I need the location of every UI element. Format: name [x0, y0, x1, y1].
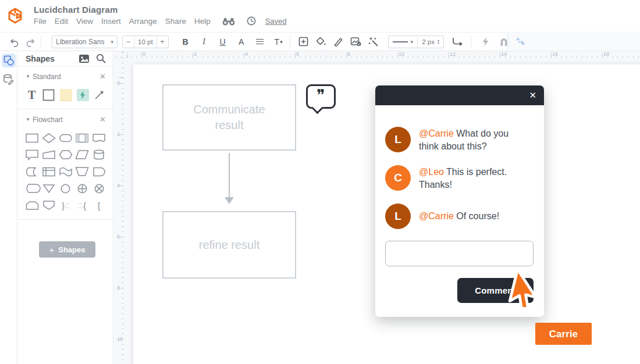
line-color-pen-icon[interactable]: [332, 35, 345, 48]
menu-item[interactable]: Share: [165, 17, 186, 26]
arrow-shape[interactable]: [94, 88, 106, 101]
rectangle-shape[interactable]: [42, 88, 55, 101]
wrench-icon[interactable]: [514, 35, 527, 48]
saved-status[interactable]: Saved: [265, 17, 287, 26]
collapse-triangle-icon[interactable]: ▼: [26, 74, 30, 79]
mention[interactable]: @Carrie: [419, 211, 454, 221]
canvas-area[interactable]: 024681012141618 0246810 Communicate resu…: [114, 51, 640, 364]
undo-button[interactable]: [7, 35, 20, 48]
menu-item[interactable]: Insert: [101, 17, 121, 26]
summing-junction-shape[interactable]: [93, 182, 105, 195]
extract-shape[interactable]: [42, 182, 55, 195]
menu-item[interactable]: Arrange: [129, 17, 157, 26]
search-icon[interactable]: [96, 53, 106, 63]
brace-right-note-shape[interactable]: }——: [59, 199, 72, 212]
revision-history-clock-icon[interactable]: [247, 16, 256, 26]
ruler-label: 4: [117, 183, 120, 188]
sticky-note-shape[interactable]: [59, 88, 72, 101]
close-icon[interactable]: ✕: [99, 72, 106, 81]
loop-limit-shape[interactable]: [26, 199, 38, 212]
data-cylinder-icon: [3, 74, 14, 85]
text-t-icon: T: [28, 89, 35, 101]
magic-wand-icon[interactable]: [367, 35, 380, 48]
bracket-note-shape[interactable]: [: [93, 199, 105, 212]
ruler-label: 14: [501, 51, 507, 57]
comment-marker[interactable]: ❞: [306, 84, 336, 109]
redo-button[interactable]: [24, 35, 37, 48]
menu-item[interactable]: Edit: [55, 17, 68, 26]
menu-item[interactable]: File: [34, 17, 47, 26]
process-shape[interactable]: [26, 131, 38, 144]
lucidchart-app: Lucidchart Diagram FileEditViewInsertArr…: [0, 0, 640, 364]
underline-button[interactable]: U: [215, 35, 230, 48]
more-shapes-button[interactable]: + Shapes: [39, 241, 95, 258]
menu-item[interactable]: View: [76, 17, 93, 26]
toolbar-separator: [290, 35, 290, 48]
plus-icon: +: [49, 245, 54, 255]
database-shape[interactable]: [93, 148, 105, 161]
decision-shape[interactable]: [42, 131, 55, 144]
document-title[interactable]: Lucidchart Diagram: [34, 5, 118, 15]
ruler-label: 16: [552, 51, 558, 57]
internal-storage-shape[interactable]: [42, 165, 55, 178]
shapes-panel-tab[interactable]: [2, 53, 16, 67]
display-shape[interactable]: [26, 182, 38, 195]
or-junction-shape[interactable]: [76, 182, 88, 195]
predefined-process-shape[interactable]: [76, 131, 88, 144]
line-style-select[interactable]: ▾: [389, 36, 418, 48]
text-tool-shape[interactable]: T: [26, 88, 38, 101]
brace-left-note-shape[interactable]: ——{: [76, 199, 88, 212]
text-align-button[interactable]: [253, 35, 268, 48]
off-page-connector-shape[interactable]: [42, 199, 55, 212]
close-icon[interactable]: ✕: [99, 115, 106, 124]
comment-input[interactable]: [385, 241, 534, 266]
flowchart-node-communicate-result[interactable]: Communicate result: [162, 84, 296, 151]
stored-data-shape[interactable]: [26, 165, 38, 178]
data-parallelogram-shape[interactable]: [76, 148, 88, 161]
connector-type-button[interactable]: [451, 35, 464, 48]
italic-button[interactable]: I: [197, 35, 212, 48]
connector-shape[interactable]: [59, 182, 72, 195]
font-family-select[interactable]: Liberation Sans ▾: [52, 35, 118, 48]
manual-input-shape[interactable]: [42, 148, 55, 161]
fill-color-bucket-icon[interactable]: [315, 35, 328, 48]
flowchart-section-label[interactable]: Flowchart: [33, 116, 63, 124]
vertical-ruler: 0246810: [117, 51, 125, 364]
ruler-label: 8: [347, 51, 350, 57]
menu-item[interactable]: Help: [194, 17, 211, 26]
font-color-button[interactable]: A: [234, 35, 249, 48]
insert-image-icon[interactable]: [79, 54, 90, 63]
highlight-bolt-shape[interactable]: [77, 88, 89, 101]
image-status-icon[interactable]: [350, 35, 362, 48]
manual-operation-shape[interactable]: [76, 165, 88, 178]
stepper-arrows-icon: ▴▾: [438, 39, 439, 45]
font-size-value[interactable]: 10 pt: [134, 36, 157, 48]
flowchart-node-refine-result[interactable]: refine result: [162, 211, 296, 279]
preparation-shape[interactable]: [59, 148, 72, 161]
delay-shape[interactable]: [93, 165, 105, 178]
data-panel-tab[interactable]: [2, 72, 16, 86]
close-icon[interactable]: ✕: [529, 90, 536, 101]
ruler-label: 10: [399, 51, 404, 57]
font-size-increase-button[interactable]: +: [157, 36, 168, 48]
terminator-shape[interactable]: [59, 131, 72, 144]
collapse-triangle-icon[interactable]: ▼: [26, 117, 30, 122]
line-width-stepper[interactable]: 2 px ▴▾: [417, 36, 443, 48]
document-shape[interactable]: [93, 131, 105, 144]
text-style-button[interactable]: T▾: [271, 35, 286, 48]
font-size-decrease-button[interactable]: −: [123, 36, 134, 48]
standard-section-label[interactable]: Standard: [33, 73, 61, 81]
table-grid-button[interactable]: [297, 35, 310, 48]
lucidchart-logo-icon[interactable]: [8, 8, 23, 24]
mention[interactable]: @Leo: [419, 167, 444, 177]
comment-popup-header[interactable]: ✕: [375, 85, 544, 105]
quick-actions-lightning-icon[interactable]: [479, 35, 492, 48]
document-tail-shape[interactable]: [26, 148, 38, 161]
bold-button[interactable]: B: [178, 35, 193, 48]
ruler-label: 4: [245, 51, 248, 57]
connector-line[interactable]: [229, 153, 230, 198]
mention[interactable]: @Carrie: [419, 129, 454, 138]
paper-tape-shape[interactable]: [59, 165, 72, 178]
search-binoculars-icon[interactable]: [222, 17, 235, 26]
ruler-label: 6: [117, 234, 120, 240]
